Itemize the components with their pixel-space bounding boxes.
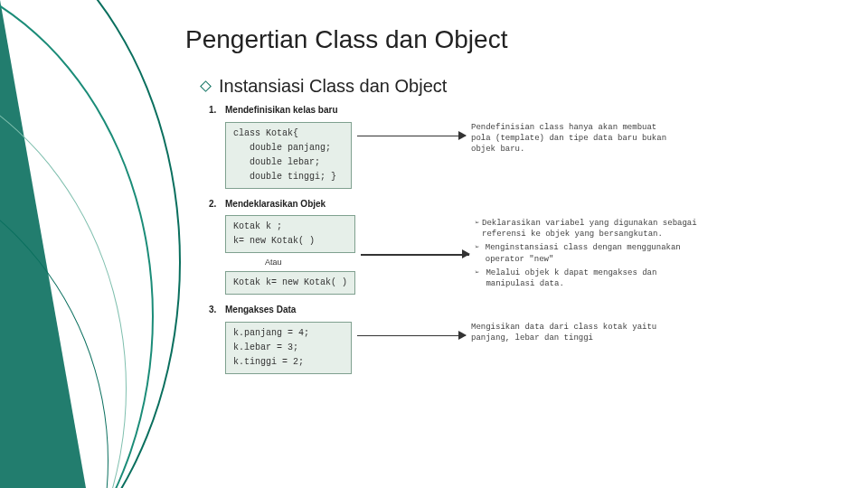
section-heading: Mendefinisikan kelas baru [225, 104, 338, 117]
slide-subtitle: Instansiasi Class dan Object [202, 76, 836, 97]
section-number: 1. [209, 104, 225, 117]
chevron-right-icon: ➢ [475, 267, 486, 289]
section-3: 3. Mengakses Data k.panjang = 4; k.lebar… [209, 304, 836, 374]
subtitle-text: Instansiasi Class dan Object [219, 76, 447, 96]
chevron-right-icon: ➢ [475, 218, 482, 239]
description-text: Mengisikan data dari class kotak yaitu p… [471, 322, 679, 343]
section-number: 3. [209, 304, 225, 316]
bullet-text: Deklarasikan variabel yang digunakan seb… [482, 218, 710, 239]
code-box-declare-2: Kotak k= new Kotak( ) [225, 271, 355, 295]
bullet-list: ➢Deklarasikan variabel yang digunakan se… [475, 218, 710, 292]
arrow-icon [357, 127, 466, 145]
diamond-bullet-icon [200, 80, 212, 92]
code-box-class-def: class Kotak{ double panjang; double leba… [225, 122, 352, 189]
section-heading: Mendeklarasikan Objek [225, 198, 326, 211]
section-heading: Mengakses Data [225, 304, 296, 316]
bullet-text: Menginstansiasi class dengan menggunakan… [486, 242, 710, 264]
arrow-icon [361, 246, 469, 264]
slide-decoration [0, 0, 181, 488]
slide-content: Pengertian Class dan Object Instansiasi … [185, 25, 836, 383]
code-box-declare-1: Kotak k ; k= new Kotak( ) [225, 215, 355, 253]
section-2: 2. Mendeklarasikan Objek Kotak k ; k= ne… [209, 198, 836, 296]
chevron-right-icon: ➢ [475, 242, 486, 264]
or-label: Atau [265, 257, 355, 267]
section-1: 1. Mendefinisikan kelas baru class Kotak… [209, 104, 836, 189]
description-text: Pendefinisian class hanya akan membuat p… [471, 122, 679, 155]
bullet-text: Melalui objek k dapat mengakses dan mani… [486, 267, 710, 289]
slide-title: Pengertian Class dan Object [185, 25, 836, 54]
code-box-access: k.panjang = 4; k.lebar = 3; k.tinggi = 2… [225, 322, 352, 374]
section-number: 2. [209, 198, 225, 211]
arrow-icon [357, 327, 466, 345]
